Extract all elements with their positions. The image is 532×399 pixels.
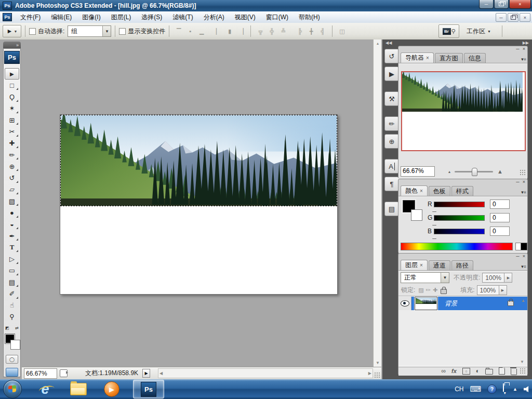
distribute-left-button[interactable]: ╠ — [294, 26, 305, 36]
new-layer-button[interactable] — [499, 367, 505, 375]
menu-view[interactable]: 视图(V) — [230, 11, 261, 23]
show-transform-checkbox[interactable] — [119, 28, 126, 35]
file-explorer-button[interactable] — [69, 381, 88, 397]
layer-thumbnail[interactable] — [415, 297, 437, 310]
add-mask-button[interactable]: ○ — [462, 368, 470, 375]
menu-help[interactable]: 帮助(H) — [294, 11, 325, 23]
zoom-out-icon[interactable]: ▴ — [448, 169, 450, 174]
channel-g-slider[interactable] — [434, 215, 485, 221]
tab-channels[interactable]: 通道 — [429, 260, 450, 270]
lock-transparency-icon[interactable]: ▨ — [418, 287, 423, 294]
align-right-button[interactable]: ▕ — [235, 26, 247, 36]
delete-layer-button[interactable] — [511, 369, 517, 375]
move-tool[interactable]: ► — [5, 68, 19, 79]
clone-stamp-tool[interactable]: ⊕ — [5, 161, 19, 172]
channel-r-slider[interactable] — [434, 202, 485, 207]
minimize-button[interactable]: ─ — [479, 0, 494, 9]
blur-tool[interactable]: ● — [5, 207, 19, 218]
menu-layer[interactable]: 图层(L) — [106, 11, 137, 23]
link-layers-button[interactable]: ∞ — [441, 367, 446, 375]
channel-b-slider[interactable] — [434, 229, 485, 234]
slice-tool[interactable]: ✂ — [5, 126, 19, 137]
quick-mask-button[interactable]: ◯ — [6, 355, 18, 364]
tab-swatches[interactable]: 色板 — [429, 186, 450, 196]
scroll-right-icon[interactable]: ▶ — [368, 371, 371, 376]
menu-file[interactable]: 文件(F) — [15, 11, 46, 23]
doc-close-button[interactable]: × — [520, 13, 530, 22]
menu-analysis[interactable]: 分析(A) — [198, 11, 230, 23]
layer-name[interactable]: 背景 — [445, 299, 457, 308]
distribute-top-button[interactable]: ╦ — [255, 26, 266, 36]
eyedropper-tool[interactable]: ✐ — [5, 288, 19, 299]
tab-close-icon[interactable]: × — [426, 55, 429, 61]
close-button[interactable]: × — [509, 0, 531, 9]
tab-navigator[interactable]: 导航器 × — [401, 52, 434, 63]
keyboard-icon[interactable]: ⌨ — [470, 384, 481, 394]
history-brush-tool[interactable]: ↺ — [5, 172, 19, 183]
panel-menu-icon[interactable]: ▼≡ — [520, 190, 526, 195]
auto-align-layers-button[interactable]: ◫ — [336, 26, 348, 36]
distribute-right-button[interactable]: ╣ — [317, 26, 328, 36]
help-tray-icon[interactable]: ? — [487, 384, 497, 394]
panel-close-icon[interactable]: × — [523, 180, 525, 184]
layer-comps-panel-button[interactable]: ▤ — [384, 202, 399, 216]
navigator-proxy-view[interactable] — [401, 71, 526, 151]
align-vcenter-button[interactable]: ▪ — [184, 26, 196, 36]
clone-source-panel-button[interactable]: ⊕ — [384, 134, 399, 149]
adjustment-layer-button[interactable]: ◐ — [476, 367, 480, 375]
expand-dock-icon[interactable]: ▶▶ — [523, 41, 529, 45]
flyout-arrow-icon[interactable]: ▶ — [504, 273, 512, 282]
flyout-arrow-icon[interactable]: ▶ — [499, 286, 507, 295]
actions-panel-button[interactable]: ▶ — [384, 66, 399, 81]
align-top-button[interactable]: ▔ — [173, 26, 184, 36]
layer-scroll-down-icon[interactable]: ▼ — [520, 360, 524, 364]
go-to-bridge-button[interactable]: Br ⚲ — [438, 24, 459, 38]
align-left-button[interactable]: ▏ — [212, 26, 224, 36]
opacity-field[interactable]: 100% ▶ — [482, 273, 512, 283]
panel-menu-icon[interactable]: ▼≡ — [520, 264, 526, 269]
panel-minimize-icon[interactable]: ─ — [516, 254, 519, 259]
photoshop-taskbar-button[interactable]: Ps — [133, 380, 164, 398]
paragraph-panel-button[interactable]: ¶ — [384, 177, 399, 191]
gradient-tool[interactable]: ▧ — [5, 195, 19, 207]
restore-button[interactable] — [494, 0, 509, 9]
resize-grip[interactable] — [374, 372, 381, 379]
spectrum-black-swatch[interactable] — [521, 243, 527, 250]
language-indicator[interactable]: CH — [455, 385, 463, 393]
layer-scroll-up-icon[interactable]: ▲ — [521, 298, 525, 303]
history-panel-button[interactable]: ↺ — [384, 49, 399, 63]
menu-image[interactable]: 图像(I) — [77, 11, 105, 23]
vertical-scrollbar[interactable]: ▴ ▼ — [373, 39, 381, 367]
menu-window[interactable]: 窗口(W) — [261, 11, 294, 23]
restore-windows-tray-icon[interactable]: ▼ — [503, 384, 507, 395]
status-zoom-field[interactable]: 66.67% — [24, 368, 57, 379]
zoom-tool[interactable]: ⚲ — [5, 311, 19, 323]
swap-colors-icon[interactable]: ⇄ — [15, 326, 19, 330]
pen-tool[interactable]: ✒ — [5, 230, 19, 242]
layer-row-background[interactable]: 背景 — [398, 297, 527, 310]
tab-paths[interactable]: 路径 — [451, 260, 473, 270]
horizontal-scrollbar[interactable]: ◀ ▶ — [158, 368, 373, 378]
align-bottom-button[interactable]: ▁ — [196, 26, 207, 36]
hand-tool[interactable]: ☝ — [5, 300, 19, 311]
character-panel-button[interactable]: A — [384, 159, 399, 174]
lock-pixels-icon[interactable]: ✏ — [426, 287, 431, 294]
navigator-zoom-field[interactable]: 66.67% — [401, 166, 435, 177]
fill-field[interactable]: 100% ▶ — [477, 285, 507, 295]
background-color-swatch[interactable] — [411, 209, 422, 221]
healing-brush-tool[interactable]: ✚ — [5, 138, 19, 149]
panel-close-icon[interactable]: × — [523, 47, 525, 51]
slider-thumb[interactable] — [472, 168, 477, 176]
panel-resize-grip[interactable] — [520, 368, 526, 375]
background-color-swatch[interactable] — [10, 340, 20, 350]
workspace-dropdown[interactable]: 工作区 ▼ — [467, 27, 491, 36]
document-canvas[interactable] — [60, 114, 338, 295]
channel-b-value[interactable]: 0 — [490, 227, 510, 236]
notes-tool[interactable]: ▤ — [5, 276, 19, 288]
tab-layers[interactable]: 图层 × — [401, 260, 428, 270]
path-select-tool[interactable]: ▷ — [5, 253, 19, 264]
align-hcenter-button[interactable]: ▮ — [224, 26, 235, 36]
volume-button[interactable]: ) — [524, 386, 528, 393]
marquee-tool[interactable]: □ — [5, 79, 19, 91]
menu-filter[interactable]: 滤镜(T) — [167, 11, 198, 23]
